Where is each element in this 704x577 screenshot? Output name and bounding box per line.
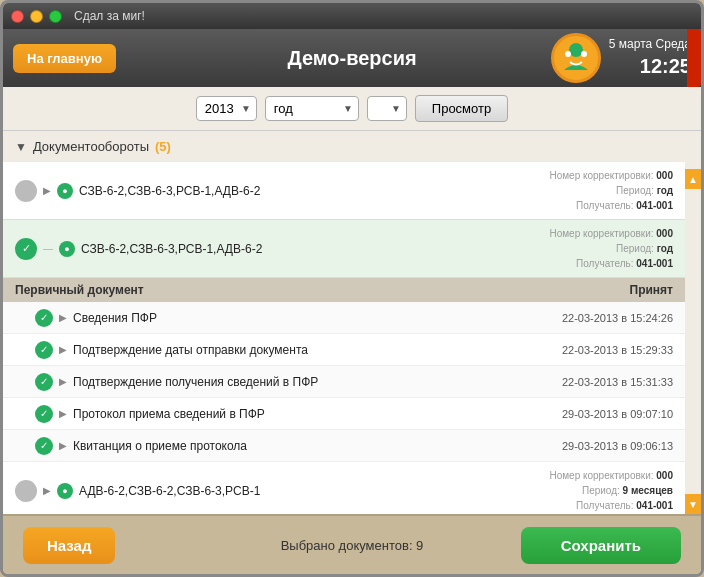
minimize-button[interactable] [30, 10, 43, 23]
back-button[interactable]: Назад [23, 527, 115, 564]
logo [551, 33, 601, 83]
doc-row-1[interactable]: ▶ ● СЗВ-6-2,СЗВ-6-3,РСВ-1,АДВ-6-2 Номер … [3, 162, 685, 220]
sub-doc-name-2: Подтверждение даты отправки документа [73, 343, 556, 357]
col-header-date: Принят [630, 283, 673, 297]
status-icon-1 [15, 180, 37, 202]
meta-val-period-1: год [657, 185, 673, 196]
year-select[interactable]: 2013 2012 2014 [196, 96, 257, 121]
meta-label-rec-3: Получатель: [576, 500, 633, 511]
svg-point-2 [565, 51, 571, 57]
toolbar: 2013 2012 2014 ▼ год квартал полугодие 9… [3, 87, 701, 131]
sub-status-5: ✓ [35, 437, 53, 455]
doc-meta-1: Номер корректировки: 000 Период: год Пол… [549, 168, 673, 213]
sub-expand-5[interactable]: ▶ [59, 440, 67, 451]
meta-label-rec-1: Получатель: [576, 200, 633, 211]
content-area: ▼ Документообороты (5) ▲ ▶ ● СЗВ-6-2,СЗВ… [3, 131, 701, 514]
meta-val-rec-1: 041-001 [636, 200, 673, 211]
period-select[interactable]: год квартал полугодие 9 месяцев [265, 96, 359, 121]
extra-select-wrap: ▼ [367, 96, 407, 121]
doc-name-3: АДВ-6-2,СЗВ-6-2,СЗВ-6-3,РСВ-1 [79, 484, 543, 498]
sub-doc-date-3: 22-03-2013 в 15:31:33 [562, 376, 673, 388]
footer: Назад Выбрано документов: 9 Сохранить [3, 514, 701, 574]
expand-arrow-1[interactable]: ▶ [43, 185, 51, 196]
close-button[interactable] [11, 10, 24, 23]
meta-label-period-3: Период: [582, 485, 620, 496]
sub-row-2[interactable]: ✓ ▶ Подтверждение даты отправки документ… [3, 334, 685, 366]
sub-status-4: ✓ [35, 405, 53, 423]
meta-label-period-2: Период: [616, 243, 654, 254]
view-button[interactable]: Просмотр [415, 95, 508, 122]
sub-status-3: ✓ [35, 373, 53, 391]
sub-row-4[interactable]: ✓ ▶ Протокол приема сведений в ПФР 29-03… [3, 398, 685, 430]
table-header: Первичный документ Принят [3, 278, 685, 302]
sub-expand-2[interactable]: ▶ [59, 344, 67, 355]
doc-meta-2: Номер корректировки: 000 Период: год Пол… [549, 226, 673, 271]
status-icon-3 [15, 480, 37, 502]
sub-row-3[interactable]: ✓ ▶ Подтверждение получения сведений в П… [3, 366, 685, 398]
expand-arrow-3[interactable]: ▶ [43, 485, 51, 496]
status-icon-2: ✓ [15, 238, 37, 260]
sub-expand-1[interactable]: ▶ [59, 312, 67, 323]
sub-doc-name-4: Протокол приема сведений в ПФР [73, 407, 556, 421]
section-title: Документообороты [33, 139, 149, 154]
sub-expand-4[interactable]: ▶ [59, 408, 67, 419]
section-header: ▼ Документообороты (5) [3, 131, 701, 162]
dash-2: — [43, 243, 53, 254]
meta-label-corr-3: Номер корректировки: [549, 470, 653, 481]
doc-row-3[interactable]: ▶ ● АДВ-6-2,СЗВ-6-2,СЗВ-6-3,РСВ-1 Номер … [3, 462, 685, 514]
save-button[interactable]: Сохранить [521, 527, 681, 564]
ok-badge-1: ● [57, 183, 73, 199]
meta-label-corr-2: Номер корректировки: [549, 228, 653, 239]
footer-status: Выбрано документов: 9 [281, 538, 424, 553]
sub-doc-date-1: 22-03-2013 в 15:24:26 [562, 312, 673, 324]
meta-val-corr-1: 000 [656, 170, 673, 181]
meta-label-period-1: Период: [616, 185, 654, 196]
sub-doc-name-5: Квитанция о приеме протокола [73, 439, 556, 453]
meta-val-rec-3: 041-001 [636, 500, 673, 511]
sub-status-2: ✓ [35, 341, 53, 359]
section-count: (5) [155, 139, 171, 154]
meta-label-corr-1: Номер корректировки: [549, 170, 653, 181]
doc-row-2[interactable]: ✓ — ● СЗВ-6-2,СЗВ-6-3,РСВ-1,АДВ-6-2 Номе… [3, 220, 685, 278]
extra-select[interactable] [367, 96, 407, 121]
ok-badge-2: ● [59, 241, 75, 257]
sub-doc-date-4: 29-03-2013 в 09:07:10 [562, 408, 673, 420]
doc-meta-3: Номер корректировки: 000 Период: 9 месяц… [549, 468, 673, 513]
sub-row-5[interactable]: ✓ ▶ Квитанция о приеме протокола 29-03-2… [3, 430, 685, 462]
meta-val-corr-2: 000 [656, 228, 673, 239]
red-tab [687, 29, 701, 87]
title-bar: Сдал за миг! [3, 3, 701, 29]
meta-label-rec-2: Получатель: [576, 258, 633, 269]
home-button[interactable]: На главную [13, 44, 116, 73]
date-time: 5 марта Среда 12:25 [609, 36, 691, 81]
sub-doc-name-1: Сведения ПФР [73, 311, 556, 325]
sub-doc-date-5: 29-03-2013 в 09:06:13 [562, 440, 673, 452]
svg-point-1 [569, 43, 583, 57]
window-title: Сдал за миг! [74, 9, 145, 23]
header-right: 5 марта Среда 12:25 [551, 33, 691, 83]
sub-expand-3[interactable]: ▶ [59, 376, 67, 387]
ok-badge-3: ● [57, 483, 73, 499]
meta-val-corr-3: 000 [656, 470, 673, 481]
sub-status-1: ✓ [35, 309, 53, 327]
doc-name-2: СЗВ-6-2,СЗВ-6-3,РСВ-1,АДВ-6-2 [81, 242, 543, 256]
meta-val-period-2: год [657, 243, 673, 254]
col-header-name: Первичный документ [15, 283, 630, 297]
scroll-area[interactable]: ▶ ● СЗВ-6-2,СЗВ-6-3,РСВ-1,АДВ-6-2 Номер … [3, 162, 701, 514]
date-text: 5 марта Среда [609, 36, 691, 53]
scroll-up-button[interactable]: ▲ [685, 169, 701, 189]
sub-row-1[interactable]: ✓ ▶ Сведения ПФР 22-03-2013 в 15:24:26 [3, 302, 685, 334]
page-title: Демо-версия [287, 47, 416, 70]
sub-doc-name-3: Подтверждение получения сведений в ПФР [73, 375, 556, 389]
svg-point-3 [581, 51, 587, 57]
year-select-wrap: 2013 2012 2014 ▼ [196, 96, 257, 121]
scroll-down-button[interactable]: ▼ [685, 494, 701, 514]
time-text: 12:25 [609, 52, 691, 80]
main-window: Сдал за миг! На главную Демо-версия 5 ма… [0, 0, 704, 577]
section-toggle[interactable]: ▼ [15, 140, 27, 154]
meta-val-period-3: 9 месяцев [623, 485, 673, 496]
header: На главную Демо-версия 5 марта Среда 12:… [3, 29, 701, 87]
maximize-button[interactable] [49, 10, 62, 23]
meta-val-rec-2: 041-001 [636, 258, 673, 269]
doc-name-1: СЗВ-6-2,СЗВ-6-3,РСВ-1,АДВ-6-2 [79, 184, 543, 198]
